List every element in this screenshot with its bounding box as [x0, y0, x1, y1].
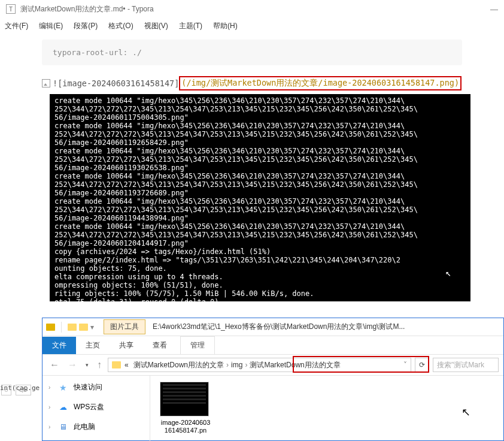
nav-quick-access[interactable]: › ★ 快速访问 — [46, 380, 146, 394]
content-pane[interactable]: image-20240603161458147.pn ↖ — [150, 376, 503, 441]
explorer-ribbon: 文件 主页 共享 查看 管理 — [42, 336, 503, 354]
image-placeholder-icon — [42, 79, 50, 87]
refresh-button[interactable]: ⟳ — [415, 358, 429, 372]
folder-icon[interactable] — [46, 324, 55, 331]
cloud-icon: ☁ — [59, 403, 69, 412]
breadcrumb-seg[interactable]: 测试MarketDown用法的文章 — [250, 360, 340, 370]
window-controls: — — [490, 5, 498, 14]
explorer-title-path: E:\4work\23md笔记\1_Hexo博客备份\测试MarketDown用… — [153, 322, 503, 332]
menu-help[interactable]: 帮助(H) — [213, 21, 238, 31]
folder-icon — [112, 361, 121, 368]
ribbon-view[interactable]: 查看 — [143, 337, 177, 354]
divider — [61, 322, 62, 333]
star-icon: ★ — [59, 383, 69, 392]
minimize-icon[interactable]: — — [490, 5, 498, 14]
menu-file[interactable]: 文件(F) — [5, 21, 28, 31]
typora-menubar: 文件(F) 编辑(E) 段落(P) 格式(O) 视图(V) 主题(T) 帮助(H… — [0, 18, 504, 34]
typora-app-icon: T — [6, 4, 16, 14]
file-name-label: image-20240603161458147.pn — [160, 419, 211, 434]
typora-title: 测试MarketDown用法的文章.md• - Typora — [20, 4, 154, 14]
folder-icon[interactable] — [68, 324, 77, 331]
typora-titlebar: T 测试MarketDown用法的文章.md• - Typora — — [0, 0, 504, 18]
breadcrumb-overflow[interactable]: « — [125, 361, 129, 369]
navigation-pane: › ★ 快速访问 › ☁ WPS云盘 › 🖥 此电脑 — [42, 376, 150, 441]
ribbon-share[interactable]: 共享 — [110, 337, 143, 354]
nav-history-icon[interactable]: ▾ — [83, 362, 91, 368]
file-explorer-window: ▾ 图片工具 E:\4work\23md笔记\1_Hexo博客备份\测试Mark… — [42, 318, 504, 441]
chevron-right-icon[interactable]: › — [245, 361, 247, 369]
menu-theme[interactable]: 主题(T) — [179, 21, 202, 31]
breadcrumb[interactable]: « 测试MarketDown用法的文章 › img › 测试MarketDown… — [108, 358, 411, 372]
chevron-right-icon[interactable]: › — [48, 404, 54, 410]
menu-paragraph[interactable]: 段落(P) — [74, 21, 98, 31]
thumbnail-image — [160, 382, 209, 416]
ribbon-manage[interactable]: 管理 — [180, 336, 215, 354]
quick-access-toolbar: ▾ — [42, 322, 98, 333]
nav-this-pc[interactable]: › 🖥 此电脑 — [46, 420, 146, 434]
cursor-arrow-icon: ↖ — [445, 269, 451, 277]
left-gutter: ○ </> int(cap.ge — [0, 383, 39, 397]
terminal-output: create mode 100644 "img/hexo\345\256\236… — [54, 96, 418, 301]
chevron-right-icon[interactable]: › — [48, 424, 54, 430]
markdown-image-line[interactable]: ![image-20240603161458147] (/img/测试Marke… — [42, 76, 462, 90]
nav-back-icon[interactable]: ← — [47, 360, 62, 370]
chevron-down-icon[interactable]: ˅ — [403, 361, 407, 369]
search-input[interactable]: 搜索"测试Mark — [433, 358, 499, 372]
file-thumbnail[interactable]: image-20240603161458147.pn — [160, 382, 211, 434]
context-tab-label: 图片工具 — [104, 319, 145, 334]
nav-label: 快速访问 — [74, 382, 102, 392]
menu-format[interactable]: 格式(O) — [108, 21, 133, 31]
pc-icon: 🖥 — [59, 422, 69, 432]
embedded-terminal-image: create mode 100644 "img/hexo\345\256\236… — [50, 94, 470, 301]
chevron-right-icon[interactable]: › — [226, 361, 229, 369]
breadcrumb-seg[interactable]: 测试MarketDown用法的文章 — [133, 360, 224, 370]
ribbon-home[interactable]: 主页 — [76, 337, 110, 354]
explorer-addressbar: ← → ▾ ↑ « 测试MarketDown用法的文章 › img › 测试Ma… — [42, 354, 503, 376]
cursor-arrow-icon: ↖ — [462, 406, 470, 419]
nav-label: 此电脑 — [74, 422, 95, 432]
explorer-body: › ★ 快速访问 › ☁ WPS云盘 › 🖥 此电脑 image-20 — [42, 376, 503, 441]
code-fragment: int(cap.ge — [0, 384, 40, 392]
overflow-icon[interactable]: ▾ — [90, 323, 94, 331]
nav-forward-icon[interactable]: → — [65, 360, 80, 370]
frontmatter-block[interactable]: typora-root-url: ./ — [42, 40, 462, 65]
menu-edit[interactable]: 编辑(E) — [39, 21, 63, 31]
nav-up-icon[interactable]: ↑ — [95, 360, 104, 370]
nav-wps-cloud[interactable]: › ☁ WPS云盘 — [46, 400, 146, 414]
explorer-titlebar: ▾ 图片工具 E:\4work\23md笔记\1_Hexo博客备份\测试Mark… — [42, 318, 503, 336]
ribbon-file[interactable]: 文件 — [42, 337, 76, 354]
nav-label: WPS云盘 — [74, 402, 104, 412]
editor-area[interactable]: typora-root-url: ./ ![image-202406031614… — [0, 34, 504, 301]
folder-icon[interactable] — [79, 324, 88, 331]
image-alt-text: ![image-20240603161458147] — [53, 78, 179, 88]
image-path-highlight: (/img/测试MarketDown用法的文章/image-2024060316… — [179, 76, 462, 90]
breadcrumb-seg[interactable]: img — [231, 361, 242, 369]
chevron-right-icon[interactable]: › — [48, 384, 54, 391]
menu-view[interactable]: 视图(V) — [144, 21, 168, 31]
